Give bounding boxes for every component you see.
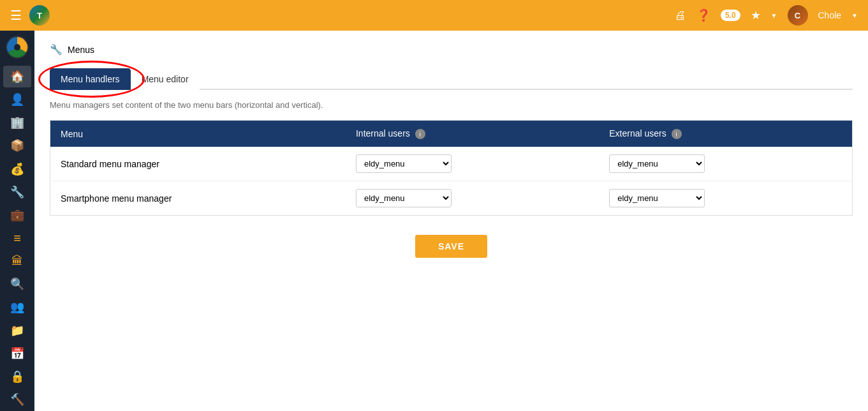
sidebar-item-folder[interactable]: 📁 xyxy=(3,320,31,341)
app-logo: T xyxy=(29,5,50,26)
sidebar-item-calendar[interactable]: 📅 xyxy=(3,343,31,364)
table-header-row: Menu Internal users i External users i xyxy=(50,121,853,147)
header-right: 🖨 ❓ 5.0 ★ ▼ C Chole ▼ xyxy=(675,5,858,26)
row1-internal-select[interactable]: eldy_menu option2 xyxy=(356,154,452,173)
help-icon[interactable]: ❓ xyxy=(696,8,710,22)
sidebar-item-box[interactable]: 📦 xyxy=(3,135,31,156)
sidebar-logo xyxy=(6,36,29,59)
save-section: SAVE xyxy=(50,235,853,258)
top-header: ☰ T 🖨 ❓ 5.0 ★ ▼ C Chole ▼ xyxy=(0,0,868,31)
sidebar-item-wrench[interactable]: 🔨 xyxy=(3,389,31,410)
table-row: Smartphone menu manager eldy_menu option… xyxy=(50,181,853,216)
row2-external-select-cell: eldy_menu option2 xyxy=(599,181,852,216)
breadcrumb: 🔧 Menus xyxy=(50,43,853,56)
row1-internal-select-cell: eldy_menu option2 xyxy=(346,147,599,181)
star-chevron-icon[interactable]: ▼ xyxy=(771,12,777,19)
sidebar-item-bank[interactable]: 🏛 xyxy=(3,250,31,272)
description-text: Menu managers set content of the two men… xyxy=(50,100,853,110)
sidebar-item-home[interactable]: 🏠 xyxy=(3,66,31,87)
user-name[interactable]: Chole xyxy=(818,10,842,20)
menu-table: Menu Internal users i External users i S… xyxy=(50,120,853,216)
breadcrumb-icon: 🔧 xyxy=(50,43,63,56)
print-icon[interactable]: 🖨 xyxy=(675,9,686,22)
row2-external-select[interactable]: eldy_menu option2 xyxy=(609,189,705,207)
internal-users-info-icon[interactable]: i xyxy=(415,129,425,139)
row1-external-select-cell: eldy_menu option2 xyxy=(599,147,852,181)
row2-internal-select[interactable]: eldy_menu option2 xyxy=(356,189,452,207)
content-area: 🔧 Menus Menu handlers Menu editor Menu m… xyxy=(34,31,868,411)
external-users-info-icon[interactable]: i xyxy=(672,129,682,139)
main-layout: 🏠 👤 🏢 📦 💰 🔧 💼 ≡ 🏛 🔍 👥 📁 📅 🔒 🔨 🔧 Menus Me… xyxy=(0,31,868,411)
sidebar-item-money[interactable]: 💰 xyxy=(3,158,31,180)
sidebar-item-stack[interactable]: ≡ xyxy=(3,227,31,249)
sidebar: 🏠 👤 🏢 📦 💰 🔧 💼 ≡ 🏛 🔍 👥 📁 📅 🔒 🔨 xyxy=(0,31,34,411)
hamburger-icon[interactable]: ☰ xyxy=(10,8,22,23)
col-header-internal: Internal users i xyxy=(346,121,599,147)
col-header-menu: Menu xyxy=(50,121,346,147)
sidebar-item-tools[interactable]: 🔧 xyxy=(3,181,31,203)
tab-menu-handlers-wrapper: Menu handlers xyxy=(50,68,131,89)
sidebar-item-briefcase[interactable]: 💼 xyxy=(3,204,31,226)
version-badge: 5.0 xyxy=(721,10,740,21)
row2-menu-name: Smartphone menu manager xyxy=(50,181,346,216)
user-chevron-icon[interactable]: ▼ xyxy=(851,12,858,19)
sidebar-item-building[interactable]: 🏢 xyxy=(3,112,31,133)
tab-menu-handlers[interactable]: Menu handlers xyxy=(50,68,131,90)
col-header-external: External users i xyxy=(599,121,852,147)
breadcrumb-text: Menus xyxy=(68,45,94,55)
row1-menu-name: Standard menu manager xyxy=(50,147,346,181)
row1-external-select[interactable]: eldy_menu option2 xyxy=(609,154,705,173)
sidebar-item-search[interactable]: 🔍 xyxy=(3,273,31,295)
star-icon[interactable]: ★ xyxy=(751,8,761,22)
save-button[interactable]: SAVE xyxy=(415,235,487,258)
tab-menu-editor[interactable]: Menu editor xyxy=(131,68,200,90)
avatar: C xyxy=(788,5,808,26)
table-row: Standard menu manager eldy_menu option2 … xyxy=(50,147,853,181)
sidebar-item-person[interactable]: 👥 xyxy=(3,296,31,318)
row2-internal-select-cell: eldy_menu option2 xyxy=(346,181,599,216)
sidebar-item-user[interactable]: 👤 xyxy=(3,89,31,110)
svg-point-1 xyxy=(14,44,20,50)
header-left: ☰ T xyxy=(10,5,50,26)
sidebar-item-lock[interactable]: 🔒 xyxy=(3,366,31,387)
tabs-container: Menu handlers Menu editor xyxy=(50,68,853,90)
